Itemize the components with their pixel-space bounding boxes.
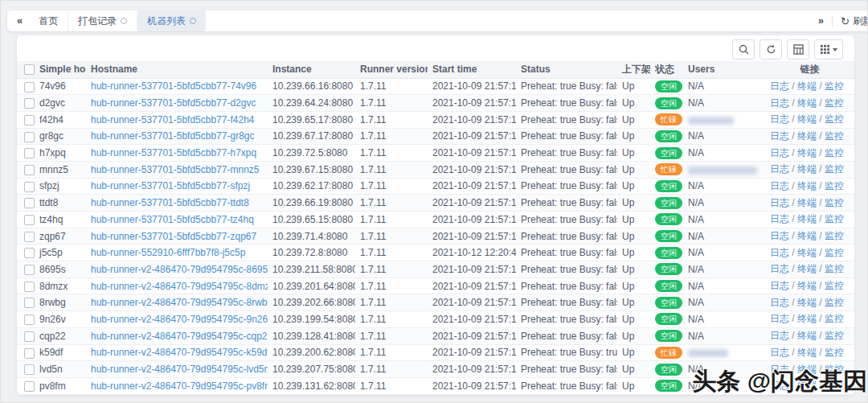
close-tab-icon[interactable] — [121, 18, 127, 24]
hostname-link[interactable]: hub-runner-v2-486470-79d954795c-8dmzx — [91, 281, 268, 292]
link-monitor[interactable]: 监控 — [825, 330, 844, 341]
link-logs[interactable]: 日志 — [770, 313, 789, 324]
link-terminal[interactable]: 终端 — [797, 247, 817, 258]
link-logs[interactable]: 日志 — [770, 213, 789, 224]
link-logs[interactable]: 日志 — [770, 130, 789, 142]
hostname-link[interactable]: hub-runner-v2-486470-79d954795c-k59df — [91, 347, 268, 358]
link-terminal[interactable]: 终端 — [797, 297, 817, 308]
link-logs[interactable]: 日志 — [770, 297, 789, 308]
hostname-link[interactable]: hub-runner-537701-5bfd5cbb77-mnnz5 — [91, 164, 259, 175]
link-logs[interactable]: 日志 — [770, 330, 789, 341]
link-monitor[interactable]: 监控 — [825, 263, 844, 274]
hostname-link[interactable]: hub-runner-v2-486470-79d954795c-cqp22 — [91, 331, 268, 342]
row-checkbox[interactable] — [24, 348, 35, 359]
hostname-link[interactable]: hub-runner-v2-486470-79d954795c-8rwbg — [91, 297, 268, 308]
link-terminal[interactable]: 终端 — [797, 280, 817, 291]
row-checkbox[interactable] — [24, 248, 35, 258]
link-logs[interactable]: 日志 — [770, 247, 789, 258]
link-terminal[interactable]: 终端 — [797, 313, 817, 324]
link-monitor[interactable]: 监控 — [825, 113, 844, 125]
link-terminal[interactable]: 终端 — [797, 230, 817, 241]
link-terminal[interactable]: 终端 — [797, 147, 817, 158]
table-view-button[interactable] — [787, 39, 809, 60]
row-checkbox[interactable] — [24, 148, 35, 158]
link-logs[interactable]: 日志 — [770, 347, 789, 358]
hostname-link[interactable]: hub-runner-v2-486470-79d954795c-pv8fm — [91, 380, 268, 392]
link-monitor[interactable]: 监控 — [825, 197, 844, 208]
row-checkbox[interactable] — [24, 364, 35, 375]
row-checkbox[interactable] — [24, 215, 35, 225]
tab-home[interactable]: 首页 — [29, 10, 68, 31]
row-checkbox[interactable] — [24, 132, 35, 142]
row-checkbox[interactable] — [24, 182, 35, 192]
select-all-checkbox[interactable] — [24, 64, 35, 75]
tab-machine-list[interactable]: 机器列表 — [137, 10, 206, 31]
link-logs[interactable]: 日志 — [770, 97, 789, 109]
link-monitor[interactable]: 监控 — [825, 163, 844, 175]
hostname-link[interactable]: hub-runner-537701-5bfd5cbb77-ttdt8 — [91, 197, 249, 208]
row-checkbox[interactable] — [24, 265, 35, 275]
row-checkbox[interactable] — [24, 381, 35, 392]
row-checkbox[interactable] — [24, 98, 35, 109]
link-monitor[interactable]: 监控 — [825, 180, 844, 191]
link-terminal[interactable]: 终端 — [797, 80, 817, 92]
row-checkbox[interactable] — [24, 298, 35, 308]
hostname-link[interactable]: hub-runner-537701-5bfd5cbb77-h7xpq — [91, 147, 256, 158]
link-logs[interactable]: 日志 — [770, 197, 789, 208]
tab-package-records[interactable]: 打包记录 — [68, 10, 137, 31]
hostname-link[interactable]: hub-runner-v2-486470-79d954795c-9n26v — [91, 314, 268, 325]
link-logs[interactable]: 日志 — [770, 80, 789, 92]
link-logs[interactable]: 日志 — [770, 180, 789, 191]
hostname-link[interactable]: hub-runner-537701-5bfd5cbb77-f42h4 — [91, 114, 255, 125]
search-button[interactable] — [732, 39, 755, 60]
link-monitor[interactable]: 监控 — [825, 347, 844, 358]
link-monitor[interactable]: 监控 — [825, 280, 844, 291]
link-terminal[interactable]: 终端 — [797, 180, 817, 191]
link-terminal[interactable]: 终端 — [797, 113, 817, 125]
link-logs[interactable]: 日志 — [770, 280, 789, 291]
hostname-link[interactable]: hub-runner-v2-486470-79d954795c-8695s — [91, 264, 268, 275]
link-terminal[interactable]: 终端 — [797, 330, 817, 341]
hostname-link[interactable]: hub-runner-537701-5bfd5cbb77-sfpzj — [91, 180, 250, 191]
column-settings-button[interactable] — [814, 39, 843, 60]
link-logs[interactable]: 日志 — [770, 263, 789, 274]
link-terminal[interactable]: 终端 — [797, 197, 817, 208]
link-monitor[interactable]: 监控 — [825, 147, 844, 158]
row-checkbox[interactable] — [24, 331, 35, 342]
row-checkbox[interactable] — [24, 82, 35, 93]
link-monitor[interactable]: 监控 — [825, 313, 844, 324]
link-monitor[interactable]: 监控 — [825, 230, 844, 241]
link-logs[interactable]: 日志 — [770, 163, 789, 175]
hostname-link[interactable]: hub-runner-v2-486470-79d954795c-lvd5n — [91, 364, 268, 375]
hostname-link[interactable]: hub-runner-537701-5bfd5cbb77-74v96 — [91, 80, 256, 92]
hostname-link[interactable]: hub-runner-552910-6fff7bb7f8-j5c5p — [91, 247, 245, 258]
scroll-tabs-right-icon[interactable]: » — [812, 10, 830, 31]
row-checkbox[interactable] — [24, 115, 35, 125]
link-terminal[interactable]: 终端 — [797, 347, 817, 358]
link-monitor[interactable]: 监控 — [825, 130, 844, 142]
hostname-link[interactable]: hub-runner-537701-5bfd5cbb77-tz4hq — [91, 214, 254, 225]
row-checkbox[interactable] — [24, 198, 35, 208]
hostname-link[interactable]: hub-runner-537701-5bfd5cbb77-gr8gc — [91, 130, 254, 142]
hostname-link[interactable]: hub-runner-537701-5bfd5cbb77-d2gvc — [91, 97, 256, 109]
link-logs[interactable]: 日志 — [770, 147, 789, 158]
row-checkbox[interactable] — [24, 282, 35, 292]
link-terminal[interactable]: 终端 — [797, 263, 817, 274]
link-monitor[interactable]: 监控 — [825, 247, 844, 258]
refresh-page-button[interactable]: ↻ 刷新 — [834, 14, 868, 28]
link-terminal[interactable]: 终端 — [797, 97, 817, 109]
close-tab-icon[interactable] — [190, 18, 196, 24]
row-checkbox[interactable] — [24, 315, 35, 325]
row-checkbox[interactable] — [24, 165, 35, 175]
link-monitor[interactable]: 监控 — [825, 80, 844, 92]
link-monitor[interactable]: 监控 — [825, 213, 844, 224]
link-logs[interactable]: 日志 — [770, 113, 789, 125]
link-logs[interactable]: 日志 — [770, 230, 789, 241]
link-terminal[interactable]: 终端 — [797, 130, 817, 142]
link-terminal[interactable]: 终端 — [797, 163, 817, 175]
link-terminal[interactable]: 终端 — [797, 213, 817, 224]
link-monitor[interactable]: 监控 — [825, 97, 844, 109]
row-checkbox[interactable] — [24, 232, 35, 242]
hostname-link[interactable]: hub-runner-537701-5bfd5cbb77-zqp67 — [91, 231, 256, 242]
link-monitor[interactable]: 监控 — [825, 297, 844, 308]
